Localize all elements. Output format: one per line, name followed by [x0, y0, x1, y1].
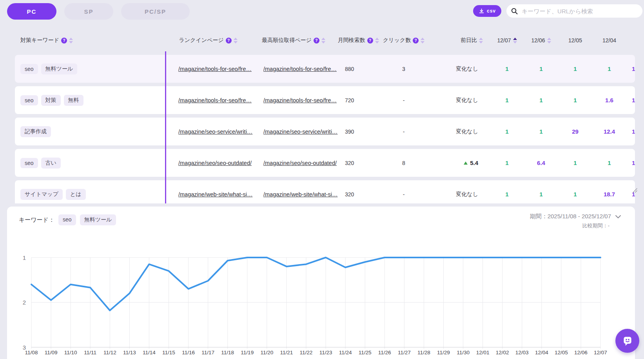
sort-asc-icon — [513, 38, 517, 40]
rank-in-page-link[interactable]: /magazine/seo-service/writi… — [178, 129, 252, 135]
csv-download-button[interactable]: csv — [473, 5, 501, 17]
keyword-tag: 無料ツール — [41, 63, 78, 74]
chart-keyword-label: キーワード： — [19, 216, 54, 224]
toolbar: PCSPPC/SP csv — [0, 0, 644, 22]
sort-arrows-icon — [547, 38, 551, 44]
help-icon[interactable]: ? — [367, 38, 373, 44]
keyword-rank-table: 対策キーワード?ランクインページ?最高順位取得ページ?月間検索数?クリック数?前… — [15, 35, 635, 203]
prev-day-diff-cell: 変化なし — [427, 97, 490, 104]
x-axis-label: 12/06 — [574, 350, 588, 355]
sort-desc-icon — [375, 41, 379, 44]
x-axis-label: 12/02 — [496, 350, 509, 355]
daily-rank-cell: 29 — [558, 128, 592, 135]
column-header-clicks[interactable]: クリック数? — [380, 37, 427, 44]
column-header-prev-day-diff[interactable]: 前日比 — [427, 37, 490, 44]
help-icon[interactable]: ? — [226, 38, 232, 44]
rank-in-page-link[interactable]: /magazine/seo/seo-outdated/ — [178, 160, 252, 166]
x-axis-label: 11/16 — [182, 350, 195, 355]
y-axis-label: 1 — [23, 254, 26, 261]
daily-rank-cell: 1 — [592, 65, 626, 72]
x-axis-label: 11/11 — [84, 350, 96, 355]
best-rank-page-link[interactable]: /magazine/web-site/what-si… — [263, 191, 337, 198]
device-tab-sp[interactable]: SP — [64, 3, 113, 20]
clicks-cell: - — [380, 97, 427, 103]
table-row[interactable]: 記事作成/magazine/seo-service/writi…/magazin… — [15, 118, 635, 145]
rank-trend-panel: キーワード： seo無料ツール 期間：2025/11/08 - 2025/12/… — [7, 207, 635, 359]
sort-arrows-icon — [321, 38, 325, 44]
help-icon[interactable]: ? — [61, 38, 67, 44]
toolbar-right: csv — [473, 4, 642, 18]
best-rank-page-link[interactable]: /magazine/seo/seo-outdated/ — [263, 160, 337, 166]
x-axis-label: 11/19 — [241, 350, 254, 355]
column-header-keywords[interactable]: 対策キーワード? — [15, 37, 165, 44]
x-axis-label: 11/27 — [398, 350, 411, 355]
monthly-searches-cell: 390 — [336, 129, 380, 135]
rank-in-page-link[interactable]: /magazine/tools-for-seo/fre… — [178, 97, 252, 103]
search-box[interactable] — [506, 4, 642, 18]
prev-day-value: 変化なし — [456, 97, 478, 104]
prev-day-value: 5.4 — [470, 160, 478, 166]
device-tab-pc[interactable]: PC — [7, 3, 56, 20]
table-row[interactable]: seo無料ツール/magazine/tools-for-seo/fre…/mag… — [15, 55, 635, 83]
keyword-tags-cell: seo古い — [15, 158, 165, 169]
sort-asc-icon — [421, 38, 424, 40]
period-label: 期間：2025/11/08 - 2025/12/07 — [530, 213, 611, 220]
clipped-next-column-cell: 1 — [626, 160, 635, 166]
best-rank-page-link[interactable]: /magazine/tools-for-seo/fre… — [263, 66, 337, 72]
daily-rank-cell: 1 — [558, 65, 592, 72]
search-input[interactable] — [521, 7, 638, 15]
prev-day-value: 変化なし — [456, 128, 478, 135]
resize-grip-icon — [632, 187, 638, 194]
daily-rank-cell: 1 — [490, 160, 524, 166]
best-rank-page-link[interactable]: /magazine/seo-service/writi… — [263, 129, 337, 135]
daily-rank-cell: 1 — [592, 160, 626, 166]
column-header-date-12-06[interactable]: 12/06 — [524, 37, 558, 44]
daily-rank-cell: 18.7 — [592, 191, 626, 198]
column-header-monthly-searches[interactable]: 月間検索数? — [336, 37, 380, 44]
column-header-label: 対策キーワード — [20, 37, 59, 44]
period-selector[interactable]: 期間：2025/11/08 - 2025/12/07 — [530, 213, 621, 220]
table-resize-grip[interactable] — [632, 187, 638, 194]
sort-desc-icon — [69, 41, 73, 44]
clipped-next-column-cell: 1 — [626, 97, 635, 103]
x-axis-label: 11/29 — [437, 350, 450, 355]
clicks-cell: 8 — [380, 160, 427, 166]
x-axis-label: 12/01 — [476, 350, 490, 355]
best-rank-page-link[interactable]: /magazine/tools-for-seo/fre… — [263, 97, 337, 103]
sort-desc-icon — [234, 41, 238, 44]
rank-in-page-cell: /magazine/web-site/what-si… — [165, 191, 251, 198]
daily-rank-cell: 1 — [524, 65, 558, 72]
column-header-date-12-07[interactable]: 12/07 — [490, 37, 524, 44]
sort-asc-icon — [547, 38, 551, 40]
column-header-label: 12/06 — [531, 37, 545, 44]
table-row[interactable]: サイトマップとは/magazine/web-site/what-si…/maga… — [15, 180, 635, 203]
sort-asc-icon — [479, 38, 483, 40]
daily-rank-cell: 1 — [524, 97, 558, 103]
x-axis-label: 11/24 — [339, 350, 352, 355]
table-row[interactable]: seo古い/magazine/seo/seo-outdated//magazin… — [15, 149, 635, 177]
monthly-searches-cell: 720 — [336, 97, 380, 103]
search-icon — [511, 8, 518, 15]
chat-widget-button[interactable] — [615, 329, 639, 353]
help-icon[interactable]: ? — [413, 38, 419, 44]
sort-desc-icon — [479, 41, 483, 44]
rank-in-page-link[interactable]: /magazine/tools-for-seo/fre… — [178, 66, 252, 72]
device-tab-pc-sp[interactable]: PC/SP — [121, 3, 190, 20]
keyword-tag: seo — [20, 64, 38, 74]
keyword-tags-cell: seo無料ツール — [15, 63, 165, 74]
daily-rank-cell: 12.4 — [592, 128, 626, 135]
keyword-tags-cell: 記事作成 — [15, 126, 165, 137]
sort-desc-icon — [321, 41, 325, 44]
help-icon[interactable]: ? — [314, 38, 319, 44]
chevron-down-icon — [615, 215, 621, 219]
column-header-rank-in-page[interactable]: ランクインページ? — [165, 37, 251, 44]
rank-in-page-link[interactable]: /magazine/web-site/what-si… — [178, 191, 252, 198]
chart-period-block: 期間：2025/11/08 - 2025/12/07 比較期間：- — [530, 213, 621, 229]
keyword-column-divider — [165, 51, 166, 203]
daily-rank-cell: 6.4 — [524, 160, 558, 166]
x-axis-label: 11/08 — [25, 350, 38, 355]
table-rows-viewport: seo無料ツール/magazine/tools-for-seo/fre…/mag… — [15, 50, 635, 203]
best-rank-page-cell: /magazine/seo-service/writi… — [251, 129, 336, 135]
column-header-best-rank-page[interactable]: 最高順位取得ページ? — [251, 37, 336, 44]
table-row[interactable]: seo対策無料/magazine/tools-for-seo/fre…/maga… — [15, 86, 635, 114]
